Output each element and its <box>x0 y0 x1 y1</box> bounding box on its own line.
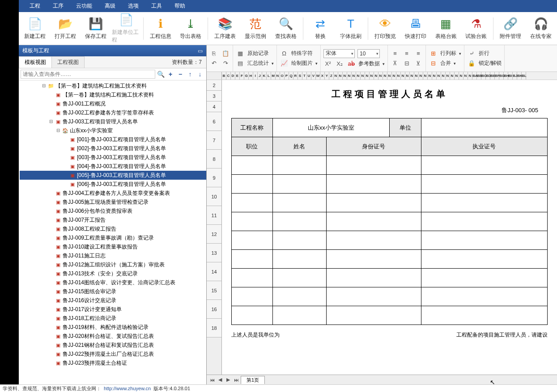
tree-item[interactable]: ▣[006]-鲁JJ-003工程项目管理人员名单 <box>20 180 206 189</box>
tree-item[interactable]: ▣[003]-鲁JJ-003工程项目管理人员名单 <box>20 153 206 162</box>
menu-工程[interactable]: 工程 <box>23 2 47 10</box>
strike-icon[interactable]: ab̶ <box>347 60 356 68</box>
tree-item[interactable]: ▣鲁JJ-023预拌混凝土合格证 <box>20 358 206 367</box>
tree-item[interactable]: ▣[001]-鲁JJ-003工程项目管理人员名单 <box>20 135 206 144</box>
panel-collapse-icon[interactable]: ▭ <box>198 48 203 54</box>
ribbon-表格台账[interactable]: ▦表格台账 <box>432 15 460 42</box>
tree-item[interactable]: ▣鲁JJ-006分包单位资质报审表 <box>20 207 206 215</box>
menu-帮助[interactable]: 帮助 <box>168 2 191 10</box>
cell-unit-value[interactable] <box>421 118 548 137</box>
ribbon-查找表格[interactable]: 🔍查找表格 <box>272 15 300 42</box>
cell-project-value[interactable]: 山东xx小学实验室 <box>272 118 389 137</box>
valign-bot-icon[interactable]: ⊻ <box>414 59 423 67</box>
align-right-icon[interactable]: ≡ <box>414 50 423 58</box>
tab-template-view[interactable]: 模板视图 <box>19 56 52 68</box>
valign-top-icon[interactable]: ⊼ <box>391 59 400 67</box>
summary-button[interactable]: 汇总统计 <box>247 59 269 67</box>
remove-icon[interactable]: − <box>176 71 185 78</box>
add-icon[interactable]: + <box>166 71 175 78</box>
expand-icon[interactable]: ⊟ <box>41 82 47 90</box>
menu-云功能[interactable]: 云功能 <box>70 2 98 10</box>
tree-item[interactable]: ▣鲁JJ-010建设工程质量事故报告 <box>20 242 206 251</box>
expand-icon[interactable]: ⊟ <box>55 126 61 135</box>
menu-工具[interactable]: 工具 <box>145 2 168 10</box>
tree-view[interactable]: ⊟📁【第一卷】建筑结构工程施工技术资料▣【第一卷】建筑结构工程施工技术资料▣鲁J… <box>19 80 206 384</box>
valign-mid-icon[interactable]: ⊟ <box>402 59 411 67</box>
tree-item[interactable]: ▣鲁JJ-008工程竣工报告 <box>20 224 206 233</box>
lock-icon[interactable]: 🔒 <box>467 59 476 67</box>
expand-icon[interactable]: ⊟ <box>48 118 54 126</box>
tree-item[interactable]: ▣鲁JJ-012施工组织设计（施工方案）审批表 <box>20 260 206 269</box>
redo-icon[interactable]: ↷ <box>221 59 230 67</box>
menu-工序[interactable]: 工序 <box>47 2 70 10</box>
sheet-content[interactable]: 工程项目管理人员名单 鲁JJ-003- 005 工程名称 山东xx小学实验室 单… <box>222 80 557 375</box>
tree-item[interactable]: ▣鲁JJ-013技术（安全）交底记录 <box>20 269 206 278</box>
tree-item[interactable]: ▣鲁JJ-015图纸会审记录 <box>20 287 206 296</box>
tree-item[interactable]: ▣鲁JJ-020材料合格证、复试报告汇总表 <box>20 332 206 341</box>
tree-item[interactable]: ⊟🏠山东xx小学实验室 <box>20 126 206 135</box>
copy-icon[interactable]: ⎘ <box>209 50 218 58</box>
summary-icon[interactable]: ▤ <box>236 59 245 67</box>
subscript-icon[interactable]: X₂ <box>335 60 344 68</box>
record-icon[interactable]: ▦ <box>236 50 245 58</box>
tree-item[interactable]: ▣鲁JJ-005施工现场质量管理检查记录 <box>20 198 206 207</box>
menu-高级[interactable]: 高级 <box>98 2 122 10</box>
tree-item[interactable]: ▣鲁JJ-014图纸会审、设计变更、洽商记录汇总表 <box>20 278 206 287</box>
tree-item[interactable]: ▣鲁JJ-019材料、构配件进场检验记录 <box>20 323 206 332</box>
tab-last-icon[interactable]: ⏭ <box>233 377 240 383</box>
ribbon-导出表格[interactable]: ⤓导出表格 <box>176 15 205 42</box>
omega-icon[interactable]: Ω <box>280 50 289 58</box>
tree-item[interactable]: ▣鲁JJ-017设计变更通知单 <box>20 305 206 314</box>
tree-item[interactable]: ▣鲁JJ-001工程概况 <box>20 99 206 108</box>
ribbon-工序建表[interactable]: 📚工序建表 <box>211 15 239 42</box>
tab-prev-icon[interactable]: ◀ <box>217 377 224 383</box>
ribbon-替换[interactable]: ⇄替换 <box>306 15 335 42</box>
search-icon[interactable]: 🔍 <box>156 71 165 78</box>
paste-icon[interactable]: 📋 <box>221 50 230 58</box>
chart-icon[interactable]: 📈 <box>280 59 289 67</box>
tab-first-icon[interactable]: ⏮ <box>208 377 216 383</box>
sheet-tab-1[interactable]: 第1页 <box>241 376 265 384</box>
ribbon-工程信息[interactable]: ℹ工程信息 <box>146 15 175 42</box>
superscript-icon[interactable]: X² <box>323 60 332 68</box>
tab-next-icon[interactable]: ▶ <box>225 377 232 383</box>
tree-item[interactable]: ▣【第一卷】建筑结构工程施工技术资料 <box>20 90 206 99</box>
tree-item[interactable]: ▣鲁JJ-011施工日志 <box>20 251 206 260</box>
align-left-icon[interactable]: ≡ <box>391 50 400 58</box>
tree-item[interactable]: ▣鲁JJ-009工程质量事故调（勘）查记录 <box>20 233 206 242</box>
ribbon-保存工程[interactable]: 💾保存工程 <box>81 15 110 42</box>
font-size-combo[interactable]: 10 <box>357 49 380 58</box>
wrap-button[interactable]: 折行 <box>479 50 489 57</box>
tree-item[interactable]: ▣鲁JJ-022预拌混凝土出厂合格证汇总表 <box>20 350 206 358</box>
tree-item[interactable]: ▣鲁JJ-002工程参建各方签字签章存样表 <box>20 108 206 117</box>
align-center-icon[interactable]: ≡ <box>402 50 411 58</box>
tree-item[interactable]: ▣[004]-鲁JJ-003工程项目管理人员名单 <box>20 162 206 171</box>
lock-button[interactable]: 锁定/解锁 <box>479 59 502 67</box>
ref-data-button[interactable]: 参考数据 <box>358 60 380 67</box>
font-combo[interactable]: 宋体 <box>323 49 355 58</box>
raw-record-button[interactable]: 原始记录 <box>247 50 269 57</box>
status-link[interactable]: http://www.zhuyew.cn <box>104 386 151 391</box>
ribbon-打印预览[interactable]: 👁打印预览 <box>371 15 400 42</box>
ribbon-试验台账[interactable]: ⚗试验台账 <box>462 15 490 42</box>
ribbon-字体批刷[interactable]: T字体批刷 <box>336 15 365 42</box>
ribbon-在线专家[interactable]: 🎧在线专家 <box>527 15 555 42</box>
tree-item[interactable]: ▣[002]-鲁JJ-003工程项目管理人员名单 <box>20 144 206 153</box>
ribbon-显示范例[interactable]: 范显示范例 <box>241 15 270 42</box>
ribbon-新建工程[interactable]: 📄新建工程 <box>21 15 49 42</box>
tree-item[interactable]: ▣鲁JJ-007开工报告 <box>20 215 206 224</box>
tree-item[interactable]: ⊟▣鲁JJ-003工程项目管理人员名单 <box>20 117 206 126</box>
tree-item[interactable]: ▣鲁JJ-016设计交底记录 <box>20 296 206 305</box>
rowcol-button[interactable]: 行列标 <box>440 50 456 57</box>
tree-item[interactable]: ▣鲁JJ-021钢材合格证和复试报告汇总表 <box>20 341 206 350</box>
tab-project-view[interactable]: 工程视图 <box>51 56 85 68</box>
merge-icon[interactable]: ⊟ <box>429 59 438 67</box>
search-input[interactable] <box>21 70 155 79</box>
up-icon[interactable]: ↑ <box>186 71 195 78</box>
merge-button[interactable]: 合并 <box>440 59 451 67</box>
rowcol-icon[interactable]: ⊞ <box>429 50 438 58</box>
menu-选项[interactable]: 选项 <box>122 2 145 10</box>
tree-item[interactable]: ⊟📁【第一卷】建筑结构工程施工技术资料 <box>20 81 206 90</box>
special-char-button[interactable]: 特殊字符 <box>291 50 313 57</box>
tree-item[interactable]: ▣鲁JJ-004工程参建各方人员及签章变更备案表 <box>20 189 206 198</box>
